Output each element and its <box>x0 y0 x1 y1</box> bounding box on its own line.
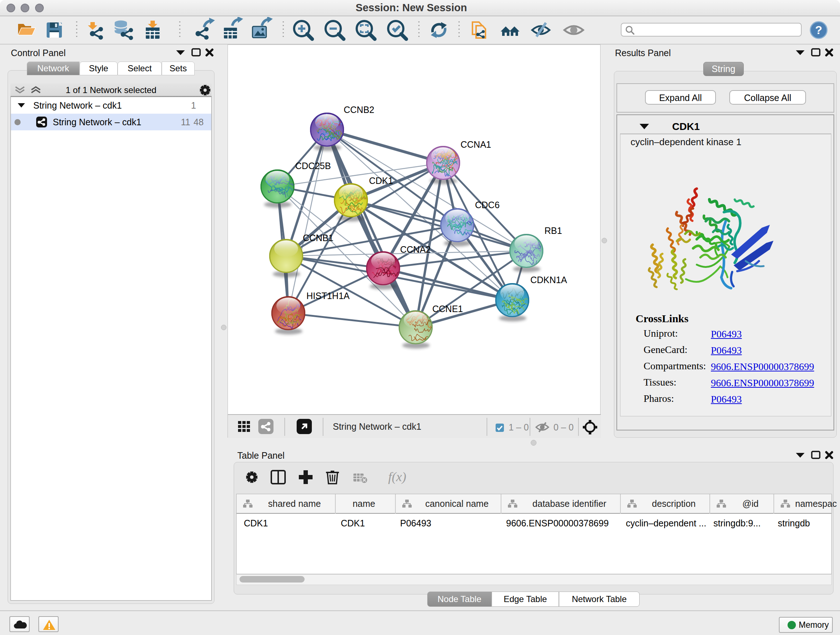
svg-text:CCNA2: CCNA2 <box>400 244 431 255</box>
svg-text:CDC25B: CDC25B <box>295 161 331 171</box>
svg-text:CDK1: CDK1 <box>369 176 393 186</box>
svg-text:f(x): f(x) <box>388 470 406 484</box>
svg-text:CCNE1: CCNE1 <box>432 304 463 314</box>
svg-text:CDKN1A: CDKN1A <box>531 275 567 285</box>
svg-text:CDC6: CDC6 <box>475 200 500 210</box>
svg-text:HIST1H1A: HIST1H1A <box>306 291 350 301</box>
svg-text:RB1: RB1 <box>545 226 562 236</box>
svg-text:CCNB1: CCNB1 <box>303 233 333 243</box>
svg-text:CCNB2: CCNB2 <box>344 105 374 115</box>
svg-text:?: ? <box>815 24 822 36</box>
svg-text:CCNA1: CCNA1 <box>461 139 491 149</box>
